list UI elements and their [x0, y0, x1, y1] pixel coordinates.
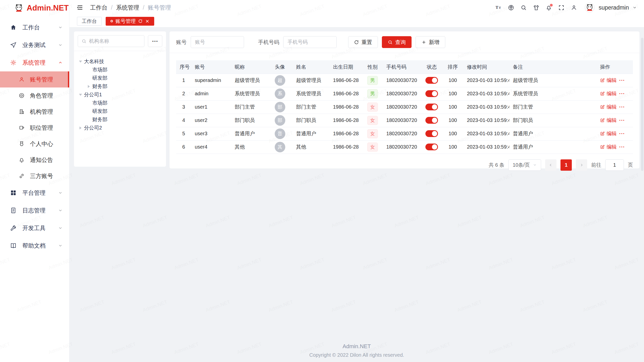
book-icon [10, 242, 17, 249]
main-content: ··· 大名科技 市场部 研发部 财务部 分公司1 [69, 28, 644, 362]
edit-button[interactable]: 编辑 [600, 144, 617, 150]
sex-badge: 女 [367, 143, 378, 152]
goto-label: 前往 [591, 162, 601, 168]
pagination: 共 6 条 10条/页 1 前往 页 [170, 154, 639, 171]
tree-node-dept[interactable]: 财务部 [77, 115, 163, 124]
language-icon[interactable] [506, 2, 517, 13]
org-name-input[interactable] [89, 38, 141, 44]
tree-node-company[interactable]: 大名科技 [77, 57, 163, 66]
account-input[interactable] [191, 36, 244, 48]
tree-node-dept[interactable]: 研发部 [77, 74, 163, 82]
org-search-box[interactable] [78, 35, 144, 47]
avatar[interactable] [585, 3, 595, 13]
footer: Admin.NET Copyright © 2022 Dilon All rig… [69, 343, 644, 358]
reset-button[interactable]: 重置 [348, 36, 378, 48]
edit-button[interactable]: 编辑 [600, 90, 617, 97]
username[interactable]: superadmin [599, 4, 629, 11]
edit-button[interactable]: 编辑 [600, 104, 617, 110]
org-more-button[interactable]: ··· [148, 35, 162, 47]
sidebar-item-position-management[interactable]: 职位管理 [0, 120, 69, 136]
more-actions-button[interactable]: ··· [619, 117, 625, 123]
chevron-down-icon[interactable] [632, 5, 637, 10]
tab-account-management[interactable]: 账号管理 [106, 17, 154, 26]
sidebar-item-label: 职位管理 [30, 124, 53, 132]
tree-node-dept[interactable]: 市场部 [77, 66, 163, 74]
query-button[interactable]: 查询 [382, 36, 412, 48]
status-toggle[interactable] [425, 104, 438, 110]
tree-node-label: 大名科技 [84, 58, 104, 65]
org-panel-header: ··· [74, 31, 166, 51]
building-icon [19, 109, 25, 115]
more-actions-button[interactable]: ··· [619, 77, 625, 83]
table-row: 6 user4 其他 其 其他 1986-06-28 女 18020030720… [176, 140, 633, 154]
breadcrumb-item[interactable]: 工作台 [90, 4, 107, 12]
edit-button[interactable]: 编辑 [600, 130, 617, 137]
caret-right-icon[interactable] [77, 126, 84, 129]
more-actions-button[interactable]: ··· [619, 144, 625, 150]
edit-button[interactable]: 编辑 [600, 117, 617, 124]
more-actions-button[interactable]: ··· [619, 104, 625, 110]
filter-bar: 账号 手机号码 重置 查询 [170, 31, 639, 53]
prev-page-button[interactable] [545, 159, 556, 171]
font-size-icon[interactable]: TT [493, 2, 504, 13]
sidebar-item-help-docs[interactable]: 帮助文档 [0, 237, 69, 254]
caret-right-icon[interactable] [85, 85, 92, 88]
avatar: 普 [275, 128, 285, 139]
sidebar-item-workbench[interactable]: 工作台 [0, 19, 69, 36]
sidebar-item-role-management[interactable]: 角色管理 [0, 87, 69, 104]
account-table: 序号 账号 昵称 头像 姓名 出生日期 性别 手机号码 状态 排序 修改时间 备… [170, 53, 639, 154]
sidebar-item-system-management[interactable]: 系统管理 [0, 54, 69, 71]
goto-page-input[interactable] [605, 159, 624, 171]
col-header: 性别 [362, 60, 383, 74]
next-page-button[interactable] [576, 159, 587, 171]
tree-node-company[interactable]: 分公司2 [77, 124, 163, 132]
sidebar-item-account-management[interactable]: 账号管理 [0, 71, 69, 87]
account-icon[interactable] [569, 2, 580, 13]
sidebar-item-personal-center[interactable]: 个人中心 [0, 136, 69, 152]
theme-shirt-icon[interactable] [531, 2, 542, 13]
close-icon[interactable] [145, 19, 149, 23]
page-size-select[interactable]: 10条/页 [508, 159, 541, 171]
tab-workbench[interactable]: 工作台 [77, 17, 102, 26]
fullscreen-icon[interactable] [556, 2, 567, 13]
col-header: 排序 [442, 60, 463, 74]
add-button[interactable]: 新增 [416, 36, 445, 48]
sidebar-item-label: 系统管理 [22, 59, 46, 67]
sidebar-item-business-test[interactable]: 业务测试 [0, 36, 69, 54]
avatar: 部 [275, 115, 285, 126]
phone-input[interactable] [283, 36, 337, 48]
collapse-sidebar-icon[interactable] [76, 4, 84, 11]
sex-badge: 女 [367, 103, 378, 112]
tree-node-company[interactable]: 分公司1 [77, 90, 163, 99]
edit-button[interactable]: 编辑 [600, 77, 617, 84]
status-toggle[interactable] [425, 77, 438, 84]
status-toggle[interactable] [425, 144, 438, 150]
more-actions-button[interactable]: ··· [619, 91, 625, 97]
more-actions-button[interactable]: ··· [619, 131, 625, 137]
search-icon[interactable] [518, 2, 529, 13]
status-toggle[interactable] [425, 130, 438, 137]
status-toggle[interactable] [425, 90, 438, 97]
current-page-button[interactable]: 1 [560, 159, 572, 171]
sidebar-item-third-party-account[interactable]: 三方账号 [0, 168, 69, 184]
breadcrumb-item[interactable]: 系统管理 [116, 4, 139, 12]
home-icon [10, 24, 17, 31]
caret-down-icon[interactable] [77, 61, 84, 63]
sidebar: Admin.NET 工作台 业务测试 [0, 0, 69, 362]
sidebar-item-notice[interactable]: 通知公告 [0, 152, 69, 168]
caret-down-icon[interactable] [77, 94, 84, 96]
sidebar-item-dev-tools[interactable]: 开发工具 [0, 219, 69, 237]
scrollbar-thumb[interactable] [641, 38, 643, 171]
refresh-icon[interactable] [138, 19, 143, 23]
sidebar-item-org-management[interactable]: 机构管理 [0, 104, 69, 120]
sidebar-item-platform-management[interactable]: 平台管理 [0, 184, 69, 202]
tree-node-dept[interactable]: 研发部 [77, 107, 163, 115]
sidebar-item-label: 通知公告 [30, 156, 53, 164]
tree-node-dept[interactable]: 市场部 [77, 99, 163, 107]
tree-node-dept[interactable]: 财务部 [77, 82, 163, 90]
col-header: 备注 [509, 60, 597, 74]
sidebar-item-log-management[interactable]: 日志管理 [0, 202, 69, 219]
status-toggle[interactable] [425, 117, 438, 124]
notification-bell-icon[interactable] [543, 2, 554, 13]
logo[interactable]: Admin.NET [0, 0, 69, 16]
